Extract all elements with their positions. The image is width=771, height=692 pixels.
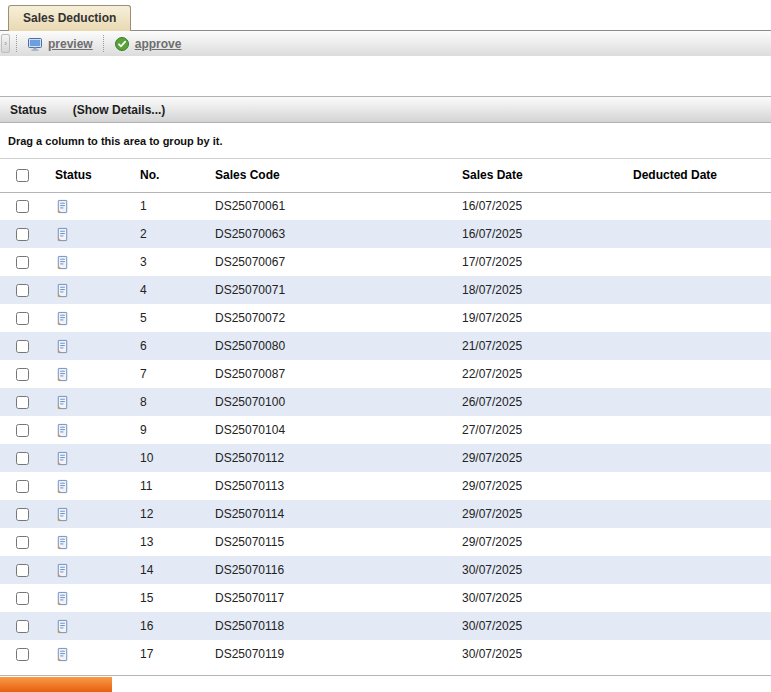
grid-row[interactable]: 3DS2507006717/07/2025 bbox=[0, 248, 771, 276]
row-checkbox[interactable] bbox=[16, 284, 29, 297]
group-by-area[interactable]: Drag a column to this area to group by i… bbox=[0, 123, 771, 159]
grid-row[interactable]: 14DS2507011630/07/2025 bbox=[0, 556, 771, 584]
row-status-cell bbox=[45, 220, 130, 248]
row-checkbox[interactable] bbox=[16, 256, 29, 269]
row-sales-date: 19/07/2025 bbox=[452, 304, 623, 332]
document-icon[interactable] bbox=[55, 395, 70, 410]
row-checkbox[interactable] bbox=[16, 368, 29, 381]
row-no: 2 bbox=[130, 220, 205, 248]
document-icon[interactable] bbox=[55, 479, 70, 494]
preview-button[interactable]: preview bbox=[23, 34, 97, 54]
row-status-cell bbox=[45, 248, 130, 276]
row-deducted-date bbox=[623, 332, 771, 360]
grid-row[interactable]: 6DS2507008021/07/2025 bbox=[0, 332, 771, 360]
row-checkbox[interactable] bbox=[16, 452, 29, 465]
document-icon[interactable] bbox=[55, 255, 70, 270]
row-sales-code: DS25070087 bbox=[205, 360, 452, 388]
grid-row[interactable]: 16DS2507011830/07/2025 bbox=[0, 612, 771, 640]
row-check-cell bbox=[0, 360, 45, 388]
row-deducted-date bbox=[623, 584, 771, 612]
row-sales-code: DS25070071 bbox=[205, 276, 452, 304]
document-icon[interactable] bbox=[55, 199, 70, 214]
column-header-no[interactable]: No. bbox=[130, 159, 205, 192]
row-no: 11 bbox=[130, 472, 205, 500]
row-deducted-date bbox=[623, 416, 771, 444]
row-status-cell bbox=[45, 276, 130, 304]
document-icon[interactable] bbox=[55, 535, 70, 550]
column-header-status[interactable]: Status bbox=[45, 159, 130, 192]
column-header-deducted-date[interactable]: Deducted Date bbox=[623, 159, 771, 192]
row-check-cell bbox=[0, 304, 45, 332]
grid-row[interactable]: 13DS2507011529/07/2025 bbox=[0, 528, 771, 556]
document-icon[interactable] bbox=[55, 451, 70, 466]
document-icon[interactable] bbox=[55, 283, 70, 298]
document-icon[interactable] bbox=[55, 367, 70, 382]
grid-row[interactable]: 7DS2507008722/07/2025 bbox=[0, 360, 771, 388]
document-icon[interactable] bbox=[55, 339, 70, 354]
row-sales-date: 22/07/2025 bbox=[452, 360, 623, 388]
toolbar-handle-icon[interactable]: › bbox=[1, 34, 10, 53]
grid-row[interactable]: 17DS2507011930/07/2025 bbox=[0, 640, 771, 668]
document-icon[interactable] bbox=[55, 311, 70, 326]
row-checkbox[interactable] bbox=[16, 312, 29, 325]
row-checkbox[interactable] bbox=[16, 340, 29, 353]
row-check-cell bbox=[0, 472, 45, 500]
document-icon[interactable] bbox=[55, 563, 70, 578]
row-checkbox[interactable] bbox=[16, 424, 29, 437]
show-details-link[interactable]: (Show Details...) bbox=[73, 103, 166, 117]
row-sales-code: DS25070116 bbox=[205, 556, 452, 584]
status-group-header[interactable]: Status (Show Details...) bbox=[0, 96, 771, 123]
row-checkbox[interactable] bbox=[16, 592, 29, 605]
select-all-checkbox[interactable] bbox=[16, 169, 29, 182]
row-status-cell bbox=[45, 192, 130, 220]
document-icon[interactable] bbox=[55, 423, 70, 438]
grid-row[interactable]: 5DS2507007219/07/2025 bbox=[0, 304, 771, 332]
document-icon[interactable] bbox=[55, 619, 70, 634]
row-sales-date: 29/07/2025 bbox=[452, 500, 623, 528]
document-icon[interactable] bbox=[55, 507, 70, 522]
spacer bbox=[0, 56, 771, 96]
row-sales-date: 18/07/2025 bbox=[452, 276, 623, 304]
row-checkbox[interactable] bbox=[16, 200, 29, 213]
row-no: 17 bbox=[130, 640, 205, 668]
row-checkbox[interactable] bbox=[16, 508, 29, 521]
row-checkbox[interactable] bbox=[16, 648, 29, 661]
row-no: 4 bbox=[130, 276, 205, 304]
row-no: 6 bbox=[130, 332, 205, 360]
row-checkbox[interactable] bbox=[16, 564, 29, 577]
row-sales-code: DS25070119 bbox=[205, 640, 452, 668]
row-status-cell bbox=[45, 556, 130, 584]
document-icon[interactable] bbox=[55, 591, 70, 606]
tab-sales-deduction[interactable]: Sales Deduction bbox=[8, 5, 131, 31]
select-all-header bbox=[0, 159, 45, 192]
row-checkbox[interactable] bbox=[16, 396, 29, 409]
row-sales-code: DS25070112 bbox=[205, 444, 452, 472]
grid-row[interactable]: 12DS2507011429/07/2025 bbox=[0, 500, 771, 528]
approve-button[interactable]: approve bbox=[110, 34, 186, 54]
row-sales-date: 16/07/2025 bbox=[452, 192, 623, 220]
column-header-sales-code[interactable]: Sales Code bbox=[205, 159, 452, 192]
toolbar: › preview approve bbox=[0, 31, 771, 56]
grid-row[interactable]: 8DS2507010026/07/2025 bbox=[0, 388, 771, 416]
row-status-cell bbox=[45, 416, 130, 444]
row-checkbox[interactable] bbox=[16, 228, 29, 241]
row-sales-code: DS25070061 bbox=[205, 192, 452, 220]
grid-row[interactable]: 15DS2507011730/07/2025 bbox=[0, 584, 771, 612]
row-no: 3 bbox=[130, 248, 205, 276]
grid-row[interactable]: 9DS2507010427/07/2025 bbox=[0, 416, 771, 444]
document-icon[interactable] bbox=[55, 227, 70, 242]
row-check-cell bbox=[0, 444, 45, 472]
document-icon[interactable] bbox=[55, 647, 70, 662]
row-checkbox[interactable] bbox=[16, 480, 29, 493]
row-deducted-date bbox=[623, 472, 771, 500]
column-header-sales-date[interactable]: Sales Date bbox=[452, 159, 623, 192]
grid-row[interactable]: 1DS2507006116/07/2025 bbox=[0, 192, 771, 220]
row-checkbox[interactable] bbox=[16, 536, 29, 549]
row-checkbox[interactable] bbox=[16, 620, 29, 633]
row-check-cell bbox=[0, 276, 45, 304]
grid-row[interactable]: 2DS2507006316/07/2025 bbox=[0, 220, 771, 248]
grid-row[interactable]: 4DS2507007118/07/2025 bbox=[0, 276, 771, 304]
grid-row[interactable]: 11DS2507011329/07/2025 bbox=[0, 472, 771, 500]
grid-row[interactable]: 10DS2507011229/07/2025 bbox=[0, 444, 771, 472]
row-deducted-date bbox=[623, 192, 771, 220]
